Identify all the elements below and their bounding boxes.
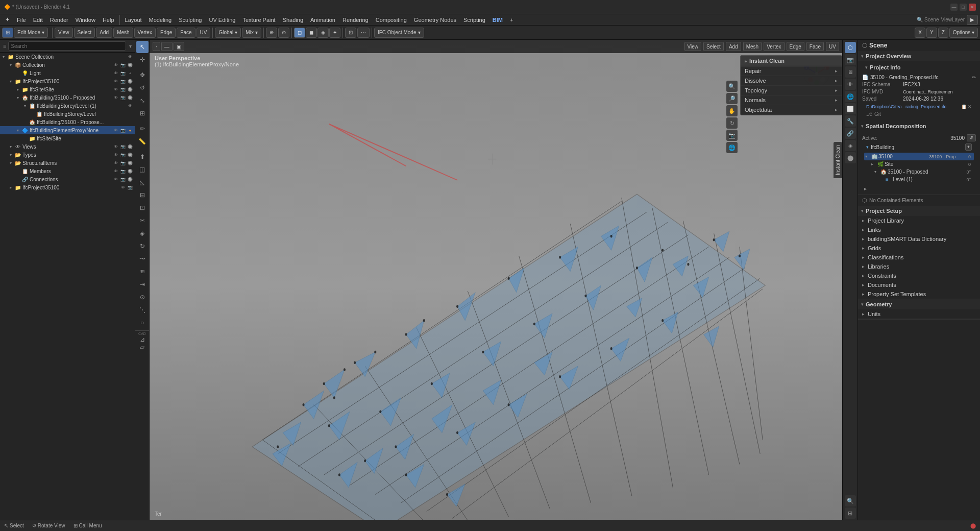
menu-bim[interactable]: BIM xyxy=(489,16,506,23)
active-refresh-btn[interactable]: ↺ xyxy=(967,134,976,141)
plus-icon-light[interactable]: + xyxy=(127,70,133,76)
rs-tab-output[interactable]: 🖥 xyxy=(845,66,856,78)
setup-links[interactable]: ▸ Links xyxy=(858,225,980,234)
outliner-filter-icon[interactable]: ▾ xyxy=(129,43,132,49)
viewport[interactable]: · — ▣ View Select Add Mesh Vertex Edge F… xyxy=(150,40,842,531)
vp-select-menu[interactable]: Select xyxy=(703,42,724,51)
rs-tab-material[interactable]: ⬤ xyxy=(845,152,856,163)
eye-icon-members[interactable]: 👁 xyxy=(113,168,119,174)
geometry-units[interactable]: ▸ Units xyxy=(858,309,980,319)
rs-tab-constraints[interactable]: 🔗 xyxy=(845,128,856,139)
render-icon-members[interactable]: 🔘 xyxy=(127,168,133,174)
menu-app-icon[interactable]: ✦ xyxy=(2,16,13,23)
toolbar-select[interactable]: Select xyxy=(74,28,95,38)
eye-icon-connections[interactable]: 👁 xyxy=(113,176,119,182)
outliner-item-ifcbuilding[interactable]: ▾ 🏠 IfcBuilding/35100 - Proposed 👁 📷 🔘 xyxy=(0,93,135,102)
toolbar-edge[interactable]: Edge xyxy=(157,28,176,38)
viewport-canvas[interactable]: User Perspective (1) IfcBuildingElementP… xyxy=(150,40,842,531)
eye-icon-light[interactable]: 👁 xyxy=(113,70,119,76)
vp-view-menu[interactable]: View xyxy=(684,42,702,51)
tool-select[interactable]: ↖ xyxy=(136,41,149,53)
tool-measure[interactable]: 📏 xyxy=(136,135,149,148)
tool-shear[interactable]: ⋱ xyxy=(136,304,149,316)
setup-grids[interactable]: ▸ Grids xyxy=(858,244,980,253)
tool-cursor[interactable]: ✛ xyxy=(136,54,149,66)
vp-edge-menu[interactable]: Edge xyxy=(787,42,804,51)
menu-uv-editing[interactable]: UV Editing xyxy=(206,16,238,23)
vp-select-mode-face[interactable]: ▣ xyxy=(174,42,184,51)
close-button[interactable]: ✕ xyxy=(969,4,976,11)
menu-scripting[interactable]: Scripting xyxy=(460,16,488,23)
ic-normals[interactable]: Normals ▸ xyxy=(741,95,842,105)
vp-vertex-menu[interactable]: Vertex xyxy=(764,42,784,51)
add-ifc-building-btn[interactable]: + xyxy=(965,143,972,151)
render-icon-ifcbuilding[interactable]: 🔘 xyxy=(127,94,133,101)
copy-path-icon[interactable]: 📋 xyxy=(961,104,967,109)
camera-icon-ifcbuilding[interactable]: 📷 xyxy=(120,94,126,101)
toolbar-material[interactable]: ◈ xyxy=(317,28,329,38)
render-btn[interactable]: ▶ xyxy=(967,15,978,25)
tool-transform[interactable]: ⊞ xyxy=(136,107,149,119)
project-overview-header[interactable]: ▾ Project Overview xyxy=(858,51,980,61)
toolbar-mode-selector[interactable]: Edit Mode ▾ xyxy=(14,28,48,38)
eye-icon[interactable]: 👁 xyxy=(127,54,133,60)
setup-libraries[interactable]: ▸ Libraries xyxy=(858,262,980,271)
camera-icon-structural[interactable]: 📷 xyxy=(120,160,126,166)
maximize-button[interactable]: □ xyxy=(960,4,967,11)
menu-window[interactable]: Window xyxy=(72,16,99,23)
vp-face-menu[interactable]: Face xyxy=(806,42,824,51)
rs-tab-bim-extra1[interactable]: ⊞ xyxy=(845,508,856,519)
toolbar-solid[interactable]: ◼ xyxy=(306,28,317,38)
outliner-item-collection[interactable]: ▾ 📦 Collection 👁 📷 🔘 xyxy=(0,61,135,69)
camera-icon-members[interactable]: 📷 xyxy=(120,168,126,174)
eye-icon-collection[interactable]: 👁 xyxy=(113,62,119,68)
toolbar-proportional[interactable]: ⊙ xyxy=(278,28,289,38)
render-icon-ifc[interactable]: 🔘 xyxy=(127,78,133,84)
setup-constraints[interactable]: ▸ Constraints xyxy=(858,271,980,280)
rs-tab-modifier[interactable]: 🔧 xyxy=(845,115,856,127)
tool-poly-build[interactable]: ◈ xyxy=(136,227,149,239)
menu-edit[interactable]: Edit xyxy=(30,16,46,23)
toolbar-options[interactable]: Options ▾ xyxy=(949,28,978,38)
rs-tab-world[interactable]: 🌐 xyxy=(845,91,856,102)
toolbar-transform-global[interactable]: Global ▾ xyxy=(215,28,241,38)
camera-icon-ifc[interactable]: 📷 xyxy=(120,78,126,84)
camera-icon-types[interactable]: 📷 xyxy=(120,152,126,158)
tool-randomize[interactable]: ≋ xyxy=(136,266,149,278)
outliner-item-storey1[interactable]: ▾ 📋 IfcBuildingStorey/Level (1) 👁 xyxy=(0,102,135,110)
camera-button[interactable]: 📷 xyxy=(726,130,738,141)
render-icon-structural[interactable]: 🔘 xyxy=(127,160,133,166)
toolbar-z[interactable]: Z xyxy=(938,28,948,38)
tool-spin[interactable]: ↻ xyxy=(136,240,149,252)
outliner-item-views[interactable]: ▾ 👁 Views 👁 📷 🔘 xyxy=(0,142,135,151)
toolbar-y[interactable]: Y xyxy=(926,28,937,38)
menu-compositing[interactable]: Compositing xyxy=(373,16,410,23)
tool-extrude[interactable]: ⬆ xyxy=(136,151,149,163)
zoom-in-button[interactable]: 🔍 xyxy=(726,81,738,92)
tool-annotate[interactable]: ✏ xyxy=(136,123,149,135)
render-icon-ifcsite[interactable]: 🔘 xyxy=(127,86,133,92)
tool-inset[interactable]: ◫ xyxy=(136,163,149,176)
eye-icon-ifc[interactable]: 👁 xyxy=(113,78,119,84)
pan-button[interactable]: ✋ xyxy=(726,105,738,116)
toolbar-overlay[interactable]: ⊡ xyxy=(345,28,356,38)
toolbar-ifc-mode[interactable]: IFC Object Mode ▾ xyxy=(374,28,424,38)
menu-animation[interactable]: Animation xyxy=(307,16,338,23)
camera-icon-ifc2[interactable]: 📷 xyxy=(127,184,133,190)
setup-project-library[interactable]: ▸ Project Library xyxy=(858,216,980,225)
decomp-expand-arrow[interactable]: ▸ xyxy=(862,184,976,192)
vp-uv-menu[interactable]: UV xyxy=(826,42,839,51)
toolbar-view[interactable]: View xyxy=(55,28,73,38)
geometry-header[interactable]: ▾ Geometry xyxy=(858,299,980,309)
toolbar-pivot-mix[interactable]: Mix ▾ xyxy=(242,28,261,38)
eye-icon-ifcbuilding[interactable]: 👁 xyxy=(113,94,119,101)
render-icon-connections[interactable]: 🔘 xyxy=(127,176,133,182)
toolbar-mesh[interactable]: Mesh xyxy=(113,28,133,38)
project-info-header[interactable]: ▾ Project Info xyxy=(858,62,980,73)
ic-topology[interactable]: Topology ▸ xyxy=(741,86,842,95)
vp-select-mode-vert[interactable]: · xyxy=(153,42,160,51)
setup-buildingsmart[interactable]: ▸ buildingSMART Data Dictionary xyxy=(858,234,980,244)
menu-rendering[interactable]: Rendering xyxy=(339,16,372,23)
zoom-out-button[interactable]: 🔎 xyxy=(726,93,738,104)
outliner-item-element-proxy[interactable]: ▾ 🔷 IfcBuildingElementProxy/None 👁 📷 ● xyxy=(0,126,135,134)
